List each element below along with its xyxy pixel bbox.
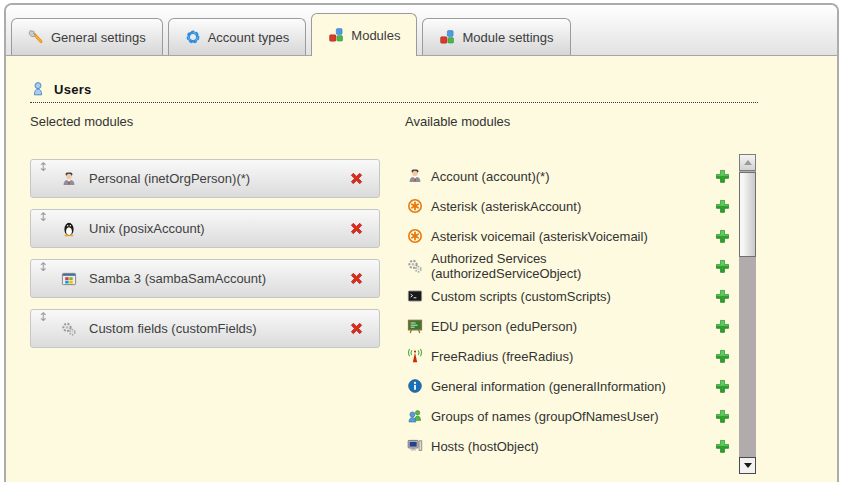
add-icon[interactable] (714, 348, 731, 365)
module-label: EDU person (eduPerson) (431, 319, 687, 334)
tab-bar: General settings Account types Modul (6, 5, 837, 56)
available-module-account: Account (account)(*) (407, 161, 737, 191)
scroll-down-button[interactable] (739, 457, 756, 474)
available-module-groups-of-names: Groups of names (groupOfNamesUser) (407, 401, 737, 431)
chalkboard-icon (407, 318, 423, 334)
add-icon[interactable] (714, 168, 731, 185)
available-module-freeradius: FreeRadius (freeRadius) (407, 341, 737, 371)
drag-handle-icon[interactable]: ↕ (38, 261, 48, 273)
selected-modules-heading: Selected modules (30, 114, 133, 129)
modules-icon (439, 29, 455, 45)
tab-account-types[interactable]: Account types (168, 18, 307, 55)
selected-modules-list: ↕ Personal (inetOrgPerson)(*) (30, 159, 380, 359)
delete-icon[interactable] (348, 270, 365, 287)
drag-handle-icon[interactable]: ↕ (38, 211, 48, 223)
module-label: Samba 3 (sambaSamAccount) (89, 271, 266, 286)
host-icon (407, 438, 423, 454)
add-icon[interactable] (714, 438, 731, 455)
available-module-edu-person: EDU person (eduPerson) (407, 311, 737, 341)
selected-module-unix[interactable]: ↕ Unix (posixAccount) (30, 209, 380, 248)
penguin-icon (61, 221, 77, 237)
wrench-icon (28, 29, 44, 45)
tab-label: General settings (51, 30, 146, 45)
available-module-general-information: General information (generalInformation) (407, 371, 737, 401)
users-section-header: Users (30, 81, 758, 103)
available-module-asterisk: Asterisk (asteriskAccount) (407, 191, 737, 221)
gears-icon (407, 258, 423, 274)
available-module-hosts: Hosts (hostObject) (407, 431, 737, 461)
module-label: Personal (inetOrgPerson)(*) (89, 171, 250, 186)
triangle-down-icon (744, 463, 752, 468)
add-icon[interactable] (714, 258, 731, 275)
delete-icon[interactable] (348, 220, 365, 237)
config-window: General settings Account types Modul (4, 3, 839, 482)
tab-label: Module settings (462, 30, 553, 45)
terminal-icon (407, 288, 423, 304)
module-label: Asterisk voicemail (asteriskVoicemail) (431, 229, 687, 244)
tab-modules[interactable]: Modules (311, 13, 417, 56)
module-label: Asterisk (asteriskAccount) (431, 199, 687, 214)
tab-label: Account types (208, 30, 290, 45)
selected-module-samba3[interactable]: ↕ Samba 3 (sambaSamAccount) (30, 259, 380, 298)
gears-icon (61, 321, 77, 337)
available-module-asterisk-voicemail: Asterisk voicemail (asteriskVoicemail) (407, 221, 737, 251)
add-icon[interactable] (714, 318, 731, 335)
module-label: Unix (posixAccount) (89, 221, 205, 236)
available-module-authorized-services: Authorized Services (authorizedServiceOb… (407, 251, 737, 281)
module-label: FreeRadius (freeRadius) (431, 349, 687, 364)
antenna-icon (407, 348, 423, 364)
module-label: General information (generalInformation) (431, 379, 687, 394)
person-icon (407, 168, 423, 184)
windows-icon (61, 271, 77, 287)
user-icon (30, 81, 46, 97)
section-title: Users (54, 82, 92, 97)
scrollbar-thumb[interactable] (739, 172, 756, 257)
info-icon (407, 378, 423, 394)
delete-icon[interactable] (348, 320, 365, 337)
asterisk-icon (407, 228, 423, 244)
add-icon[interactable] (714, 198, 731, 215)
module-label: Hosts (hostObject) (431, 439, 687, 454)
drag-handle-icon[interactable]: ↕ (38, 311, 48, 323)
delete-icon[interactable] (348, 170, 365, 187)
module-label: Custom scripts (customScripts) (431, 289, 687, 304)
triangle-up-icon (744, 160, 752, 165)
add-icon[interactable] (714, 288, 731, 305)
scroll-up-button[interactable] (739, 154, 756, 171)
drag-handle-icon[interactable]: ↕ (38, 161, 48, 173)
available-modules-list: Account (account)(*) (407, 161, 737, 461)
person-icon (61, 171, 77, 187)
tab-general-settings[interactable]: General settings (11, 18, 163, 55)
selected-module-personal[interactable]: ↕ Personal (inetOrgPerson)(*) (30, 159, 380, 198)
modules-icon (328, 27, 344, 43)
selected-module-custom-fields[interactable]: ↕ Custom fields (customFields) (30, 309, 380, 348)
gear-icon (185, 29, 201, 45)
add-icon[interactable] (714, 228, 731, 245)
add-icon[interactable] (714, 378, 731, 395)
module-label: Groups of names (groupOfNamesUser) (431, 409, 687, 424)
module-label: Custom fields (customFields) (89, 321, 257, 336)
available-modules-scrollbar[interactable] (739, 154, 756, 474)
scrollbar-track[interactable] (739, 171, 756, 457)
asterisk-icon (407, 198, 423, 214)
modules-tab-content: Users Selected modules Available modules… (6, 56, 837, 482)
add-icon[interactable] (714, 408, 731, 425)
available-module-custom-scripts: Custom scripts (customScripts) (407, 281, 737, 311)
tab-label: Modules (351, 28, 400, 43)
module-label: Authorized Services (authorizedServiceOb… (431, 251, 687, 281)
group-icon (407, 408, 423, 424)
tab-module-settings[interactable]: Module settings (422, 18, 570, 55)
available-modules-heading: Available modules (405, 114, 510, 129)
module-label: Account (account)(*) (431, 169, 687, 184)
